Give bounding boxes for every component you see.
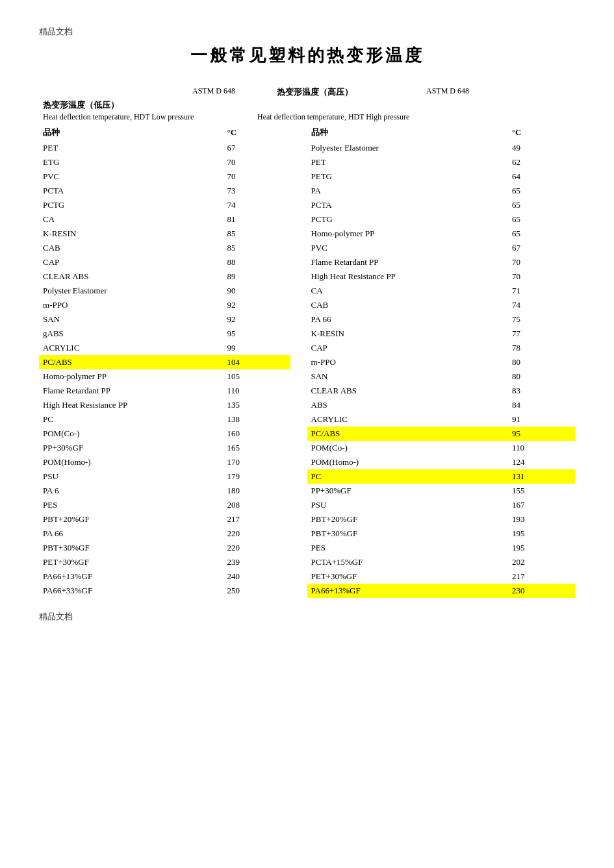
- right-row-val: 167: [508, 498, 575, 512]
- right-row-name: Homo-polymer PP: [307, 227, 508, 241]
- left-sub-label: Heat deflection temperature, HDT Low pre…: [43, 112, 244, 122]
- left-row-val: 240: [224, 569, 290, 584]
- right-row-val: 64: [508, 169, 575, 184]
- left-row-name: ETG: [39, 155, 224, 169]
- left-row-val: 170: [224, 455, 290, 469]
- right-row-val: 75: [508, 312, 575, 327]
- left-astm-label: ASTM D 648: [192, 86, 244, 98]
- right-row-name: PBT+30%GF: [307, 527, 508, 541]
- left-row-val: 138: [224, 412, 290, 427]
- right-row-val: 70: [508, 269, 575, 284]
- left-row-name: PSU: [39, 469, 224, 484]
- left-row-val: 99: [224, 341, 290, 355]
- right-row-name: PC: [307, 469, 508, 484]
- left-col1-header: 品种: [39, 125, 224, 141]
- left-row-name: PCTG: [39, 198, 224, 212]
- right-sub-label: Heat deflection temperature, HDT High pr…: [257, 112, 575, 122]
- right-row-name: K-RESIN: [307, 327, 508, 341]
- right-row-val: 65: [508, 212, 575, 227]
- right-col2-header: °C: [508, 125, 575, 141]
- right-row-name: PVC: [307, 241, 508, 255]
- right-row-val: 195: [508, 541, 575, 555]
- left-row-val: 81: [224, 212, 290, 227]
- left-row-val: 208: [224, 498, 290, 512]
- right-row-name: PBT+20%GF: [307, 512, 508, 527]
- right-row-name: ACRYLIC: [307, 412, 508, 427]
- right-row-name: PC/ABS: [307, 427, 508, 441]
- watermark-top: 精品文档: [39, 26, 575, 38]
- left-pressure-label: 热变形温度（低压）: [39, 99, 575, 111]
- right-row-name: Polyester Elastomer: [307, 141, 508, 155]
- left-row-val: 89: [224, 269, 290, 284]
- left-row-name: CAP: [39, 255, 224, 269]
- left-row-val: 220: [224, 527, 290, 541]
- right-pressure-label: 热变形温度（高压）: [277, 86, 426, 98]
- right-row-name: High Heat Resistance PP: [307, 269, 508, 284]
- right-row-name: PCTA+15%GF: [307, 555, 508, 569]
- left-row-name: Flame Retardant PP: [39, 384, 224, 398]
- left-row-name: Polyster Elastomer: [39, 284, 224, 298]
- left-row-name: POM(Homo-): [39, 455, 224, 469]
- left-row-name: m-PPO: [39, 298, 224, 312]
- right-row-val: 193: [508, 512, 575, 527]
- right-row-name: POM(Co-): [307, 441, 508, 455]
- left-col2-header: °C: [224, 125, 290, 141]
- left-row-name: ACRYLIC: [39, 341, 224, 355]
- left-row-val: 239: [224, 555, 290, 569]
- right-row-name: CAB: [307, 298, 508, 312]
- right-row-name: PES: [307, 541, 508, 555]
- right-row-val: 84: [508, 398, 575, 412]
- right-row-name: CAP: [307, 341, 508, 355]
- right-row-name: PET+30%GF: [307, 569, 508, 584]
- right-row-val: 65: [508, 227, 575, 241]
- left-row-name: Homo-polymer PP: [39, 369, 224, 384]
- right-row-val: 230: [508, 584, 575, 598]
- left-row-name: PC/ABS: [39, 355, 224, 369]
- right-row-name: PETG: [307, 169, 508, 184]
- right-row-name: CLEAR ABS: [307, 384, 508, 398]
- right-row-name: ABS: [307, 398, 508, 412]
- page-title: 一般常见塑料的热变形温度: [39, 44, 575, 67]
- left-row-val: 217: [224, 512, 290, 527]
- left-row-val: 135: [224, 398, 290, 412]
- left-row-name: PC: [39, 412, 224, 427]
- right-row-val: 71: [508, 284, 575, 298]
- right-row-val: 95: [508, 427, 575, 441]
- right-row-name: PET: [307, 155, 508, 169]
- left-row-name: PA66+13%GF: [39, 569, 224, 584]
- left-row-name: High Heat Resistance PP: [39, 398, 224, 412]
- left-row-name: PET+30%GF: [39, 555, 224, 569]
- left-row-val: 250: [224, 584, 290, 598]
- right-row-val: 155: [508, 484, 575, 498]
- right-row-val: 78: [508, 341, 575, 355]
- left-row-val: 179: [224, 469, 290, 484]
- left-row-val: 105: [224, 369, 290, 384]
- right-row-name: PP+30%GF: [307, 484, 508, 498]
- left-row-val: 92: [224, 312, 290, 327]
- left-row-name: PA 6: [39, 484, 224, 498]
- right-row-val: 124: [508, 455, 575, 469]
- left-row-val: 88: [224, 255, 290, 269]
- right-row-val: 74: [508, 298, 575, 312]
- right-row-val: 77: [508, 327, 575, 341]
- right-row-val: 91: [508, 412, 575, 427]
- right-row-val: 49: [508, 141, 575, 155]
- left-row-name: CLEAR ABS: [39, 269, 224, 284]
- left-row-name: gABS: [39, 327, 224, 341]
- left-row-val: 110: [224, 384, 290, 398]
- right-row-val: 131: [508, 469, 575, 484]
- right-row-val: 110: [508, 441, 575, 455]
- right-row-val: 65: [508, 184, 575, 198]
- left-row-val: 70: [224, 155, 290, 169]
- right-row-val: 80: [508, 355, 575, 369]
- left-row-val: 74: [224, 198, 290, 212]
- left-row-val: 160: [224, 427, 290, 441]
- left-row-name: PET: [39, 141, 224, 155]
- left-row-val: 95: [224, 327, 290, 341]
- right-row-name: PA66+13%GF: [307, 584, 508, 598]
- left-row-name: PES: [39, 498, 224, 512]
- left-row-val: 67: [224, 141, 290, 155]
- left-row-val: 220: [224, 541, 290, 555]
- right-row-name: PCTA: [307, 198, 508, 212]
- left-row-name: PBT+30%GF: [39, 541, 224, 555]
